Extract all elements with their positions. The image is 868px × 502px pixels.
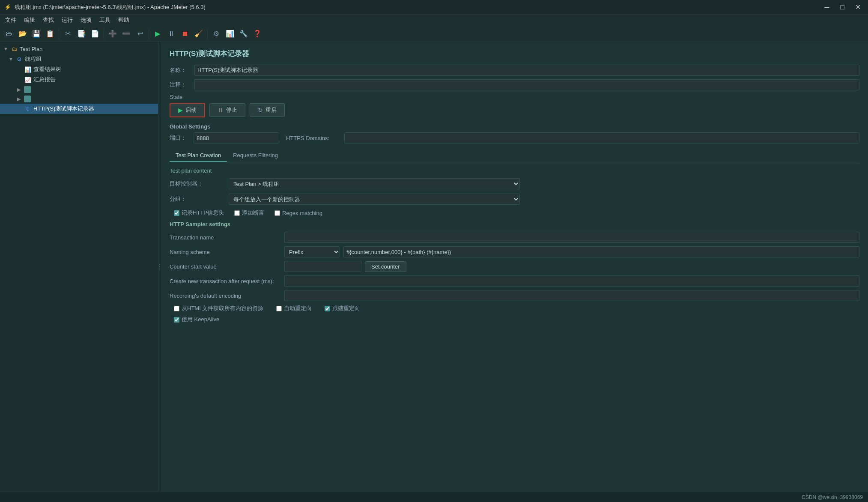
name-label: 名称： <box>170 66 191 74</box>
keepalive-checkbox[interactable] <box>174 317 179 323</box>
set-counter-button[interactable]: Set counter <box>365 261 406 272</box>
regex-matching-checkbox-item[interactable]: Regex matching <box>274 210 322 216</box>
start-button[interactable]: ▶ 启动 <box>170 103 205 117</box>
keepalive-item[interactable]: 使用 KeepAlive <box>174 316 219 323</box>
add-assertions-checkbox[interactable] <box>234 210 240 216</box>
stop-label: 停止 <box>226 106 237 114</box>
transaction-name-input[interactable] <box>284 232 859 243</box>
menu-edit[interactable]: 编辑 <box>21 15 39 25</box>
toolbar-plugins[interactable]: 🔧 <box>237 27 250 40</box>
naming-scheme-select[interactable]: Prefix Suffix None <box>284 246 340 257</box>
status-text: CSDN @weixin_39938069 <box>802 494 863 500</box>
splitter-dots <box>159 264 160 269</box>
menu-options[interactable]: 选项 <box>77 15 95 25</box>
sidebar-item-test-plan[interactable]: ▼ 🗂 Test Plan <box>0 44 158 54</box>
main-layout: ▼ 🗂 Test Plan ▼ ⚙ 线程组 ▶ 📊 查看结果树 ▶ 📈 汇总报告… <box>0 42 868 492</box>
toolbar-options[interactable]: ⚙ <box>210 27 223 40</box>
expand-arrow: ▶ <box>17 87 22 93</box>
create-transaction-label: Create new transaction after request (ms… <box>170 278 281 284</box>
expand-arrow: ▼ <box>3 46 9 51</box>
menu-help[interactable]: 帮助 <box>115 15 133 25</box>
menu-file[interactable]: 文件 <box>2 15 20 25</box>
fetch-resources-checkbox[interactable] <box>174 306 179 311</box>
window-title: 线程组.jmx (E:\jmter\apache-jmeter-5.6.3\线程… <box>15 3 821 11</box>
comment-label: 注释： <box>170 81 191 89</box>
port-label: 端口： <box>170 134 191 142</box>
follow-redirects-item[interactable]: 跟随重定向 <box>325 305 360 312</box>
toolbar-copy[interactable]: 📑 <box>75 27 88 40</box>
create-transaction-input[interactable] <box>284 275 859 287</box>
follow-redirects-checkbox[interactable] <box>325 306 330 311</box>
name-field-row: 名称： <box>170 65 859 76</box>
sidebar-item-results-tree[interactable]: ▶ 📊 查看结果树 <box>0 64 158 75</box>
naming-pattern-input[interactable] <box>343 246 859 257</box>
sidebar-item-http-recorder[interactable]: ▶ 🎙 HTTP(S)测试脚本记录器 <box>0 104 158 114</box>
counter-start-input[interactable] <box>284 261 361 272</box>
transaction-name-label: Transaction name <box>170 234 281 241</box>
add-assertions-checkbox-item[interactable]: 添加断言 <box>234 209 264 217</box>
sidebar-item-node1[interactable]: ▶ <box>0 85 158 94</box>
toolbar-new[interactable]: 🗁 <box>3 27 15 40</box>
toolbar-cut[interactable]: ✂ <box>61 27 74 40</box>
auto-redirect-item[interactable]: 自动重定向 <box>276 305 312 312</box>
title-bar: ⚡ 线程组.jmx (E:\jmter\apache-jmeter-5.6.3\… <box>0 0 868 15</box>
toolbar-open[interactable]: 📂 <box>16 27 29 40</box>
comment-input[interactable] <box>194 79 859 90</box>
regex-matching-checkbox[interactable] <box>274 210 280 216</box>
sidebar-item-label: 查看结果树 <box>33 66 61 73</box>
tab-requests-filtering[interactable]: Requests Filtering <box>227 149 284 162</box>
toolbar-clear[interactable]: 🧹 <box>192 27 205 40</box>
name-input[interactable] <box>194 65 859 76</box>
sidebar-item-node2[interactable]: ▶ <box>0 94 158 104</box>
content-title: HTTP(S)测试脚本记录器 <box>170 49 859 59</box>
close-button[interactable]: ✕ <box>852 1 864 13</box>
toolbar-pause[interactable]: ⏸ <box>165 27 178 40</box>
https-domains-input[interactable] <box>344 132 859 143</box>
tab-test-plan-creation[interactable]: Test Plan Creation <box>170 149 227 162</box>
toolbar-help[interactable]: ❓ <box>251 27 264 40</box>
regex-matching-label: Regex matching <box>282 210 322 216</box>
add-assertions-label: 添加断言 <box>242 209 264 217</box>
toolbar-start[interactable]: ▶ <box>151 27 164 40</box>
menu-run[interactable]: 运行 <box>58 15 76 25</box>
default-encoding-input[interactable] <box>284 290 859 301</box>
create-transaction-row: Create new transaction after request (ms… <box>170 275 859 287</box>
port-field: 端口： <box>170 132 279 143</box>
sidebar-item-thread-group[interactable]: ▼ ⚙ 线程组 <box>0 54 158 64</box>
grouping-select[interactable]: 每个组放入一个新的控制器 不分组 每个组放入新的事务控制器 <box>229 194 520 205</box>
expand-arrow: ▼ <box>9 57 14 62</box>
sidebar-item-label: HTTP(S)测试脚本记录器 <box>33 105 94 113</box>
menu-tools[interactable]: 工具 <box>96 15 114 25</box>
target-controller-select[interactable]: Test Plan > 线程组 <box>229 178 520 189</box>
toolbar-sep4 <box>207 29 208 39</box>
toolbar-undo[interactable]: ↩ <box>134 27 146 40</box>
menu-find[interactable]: 查找 <box>39 15 57 25</box>
sidebar-item-label: 线程组 <box>25 55 42 63</box>
auto-redirect-checkbox[interactable] <box>276 306 282 311</box>
toolbar-add[interactable]: ➕ <box>106 27 119 40</box>
toolbar-paste[interactable]: 📄 <box>89 27 101 40</box>
default-encoding-row: Recording's default encoding <box>170 290 859 301</box>
port-input[interactable] <box>194 132 279 143</box>
toolbar-remove[interactable]: ➖ <box>120 27 133 40</box>
record-http-checkbox-item[interactable]: 记录HTTP信息头 <box>174 209 224 217</box>
test-plan-content: Test plan content 目标控制器： Test Plan > 线程组… <box>170 167 859 217</box>
toolbar-saveas[interactable]: 📋 <box>44 27 57 40</box>
minimize-button[interactable]: ─ <box>821 1 833 13</box>
auto-redirect-label: 自动重定向 <box>284 305 312 312</box>
restart-button[interactable]: ↻ 重启 <box>250 103 285 117</box>
toolbar-templates[interactable]: 📊 <box>224 27 236 40</box>
fetch-resources-item[interactable]: 从HTML文件获取所有内容的资源 <box>174 305 263 312</box>
grouping-label: 分组： <box>170 195 225 203</box>
toolbar-stop[interactable]: ⏹ <box>179 27 191 40</box>
toolbar-sep3 <box>149 29 149 39</box>
https-domains-field: HTTPS Domains: <box>286 132 859 143</box>
toolbar-save[interactable]: 💾 <box>30 27 43 40</box>
record-http-checkbox[interactable] <box>174 210 179 216</box>
comment-field-row: 注释： <box>170 79 859 90</box>
sidebar-item-summary-report[interactable]: ▶ 📈 汇总报告 <box>0 75 158 85</box>
maximize-button[interactable]: □ <box>836 1 848 13</box>
keepalive-label: 使用 KeepAlive <box>182 316 219 323</box>
stop-button[interactable]: ⏸ 停止 <box>209 103 245 117</box>
node2-icon <box>24 96 31 102</box>
